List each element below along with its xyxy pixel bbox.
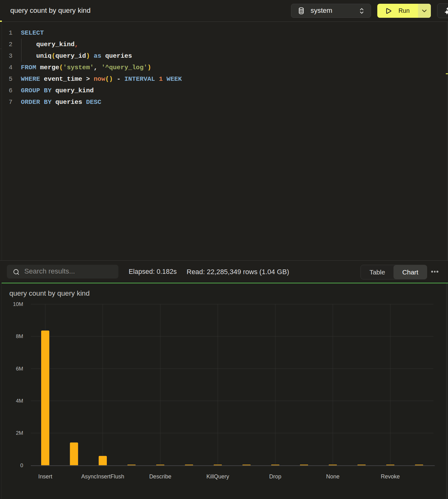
svg-text:2M: 2M: [16, 430, 23, 436]
svg-text:10M: 10M: [13, 301, 23, 307]
svg-text:AsyncInsertFlush: AsyncInsertFlush: [81, 473, 124, 480]
svg-text:Drop: Drop: [269, 473, 281, 480]
svg-text:KillQuery: KillQuery: [206, 473, 229, 480]
svg-text:Describe: Describe: [149, 473, 171, 480]
svg-text:Revoke: Revoke: [381, 473, 400, 480]
svg-text:4M: 4M: [16, 398, 23, 404]
svg-text:6M: 6M: [16, 366, 23, 372]
svg-text:8M: 8M: [16, 333, 23, 339]
svg-text:None: None: [326, 473, 340, 480]
svg-text:Insert: Insert: [38, 473, 52, 480]
svg-text:0: 0: [20, 463, 23, 468]
